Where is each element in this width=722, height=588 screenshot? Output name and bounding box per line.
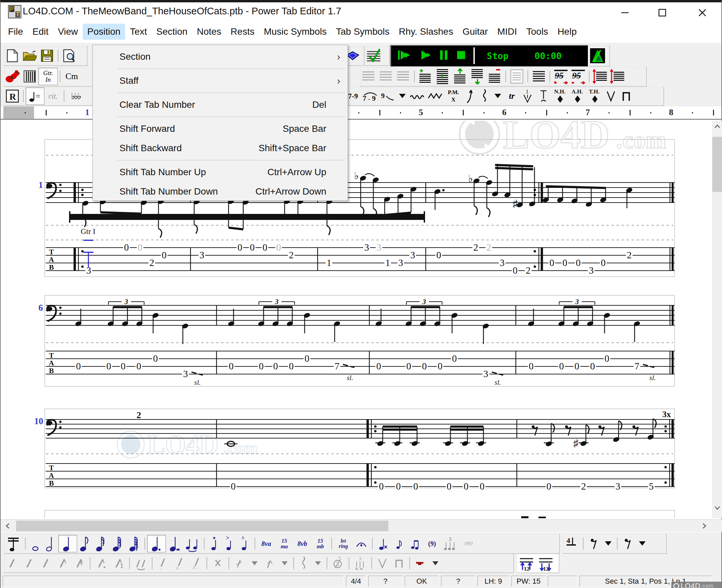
octave-15ma-button[interactable]: 15ma <box>275 535 293 552</box>
slash-whole-button[interactable] <box>4 554 21 572</box>
slash-fermata-button[interactable] <box>261 554 278 572</box>
guitar-in-button[interactable]: Gtr.In <box>38 68 58 85</box>
hscroll-thumb[interactable] <box>16 521 388 531</box>
slash-accent1-button[interactable]: . <box>154 554 171 572</box>
menu-edit[interactable]: Edit <box>28 24 53 40</box>
slide-out-button[interactable]: 9 <box>379 87 396 105</box>
score-system-2[interactable]: 6TAB00000300000700000300000733sl.sl.33sl… <box>38 295 675 386</box>
menu-rhy-slashes[interactable]: Rhy. Slashes <box>394 24 458 40</box>
triplet-group-button[interactable]: 3 <box>441 535 460 552</box>
rest-select-button[interactable] <box>586 535 601 552</box>
slash-mute-button[interactable] <box>209 554 227 572</box>
slash-double-dotted-button[interactable] <box>110 554 127 572</box>
slash-quarter-button[interactable] <box>38 554 55 572</box>
slash-eighth-button[interactable] <box>55 554 71 572</box>
slash-accent2-button[interactable]: > <box>171 554 188 572</box>
minimize-button[interactable] <box>615 7 635 18</box>
add-staff-button[interactable] <box>417 68 434 85</box>
vscroll-thumb[interactable] <box>712 137 722 192</box>
quarter-note-button[interactable] <box>58 535 77 552</box>
menu-view[interactable]: View <box>53 24 82 40</box>
menu-tab-symbols[interactable]: Tab Symbols <box>331 24 394 40</box>
ritardando-button[interactable]: rit. <box>44 87 62 105</box>
palm-mute-button[interactable]: P.M. X <box>445 87 462 105</box>
half-note-button[interactable] <box>43 535 58 552</box>
menu-item-clear-tab-number[interactable]: Clear Tab NumberDel <box>93 95 348 114</box>
scroll-up-button[interactable] <box>712 121 722 132</box>
rest-select-2-button[interactable] <box>620 535 636 552</box>
transpose-up-12-button[interactable]: 12 <box>517 554 536 572</box>
tremolo-bar-button[interactable] <box>477 87 491 105</box>
slash-grace-dd[interactable] <box>248 554 261 572</box>
menu-tools[interactable]: Tools <box>522 24 553 40</box>
slash-accent3-button[interactable]: ^ <box>188 554 205 572</box>
thirtysecond-note-button[interactable] <box>109 535 126 552</box>
frame-staff-button[interactable] <box>508 68 526 85</box>
octave-8vb-button[interactable]: 8vb <box>293 535 311 552</box>
tab-number-left-button[interactable]: 95 <box>552 68 570 85</box>
staff-spacing-up-button[interactable] <box>592 68 609 85</box>
eighth-note-button[interactable] <box>77 535 92 552</box>
print-preview-button[interactable] <box>60 47 78 64</box>
sixtyfourth-note-button[interactable] <box>126 535 143 552</box>
menu-text[interactable]: Text <box>125 24 151 40</box>
score-system-4[interactable] <box>45 510 675 518</box>
dotted-note-button[interactable] <box>147 535 166 552</box>
new-document-button[interactable] <box>4 47 21 64</box>
whole-note-button[interactable] <box>28 535 43 552</box>
fermata-button[interactable] <box>353 535 370 552</box>
grow-staff-button[interactable] <box>434 68 451 85</box>
note-value-tool[interactable] <box>4 535 23 552</box>
remove-staff-button[interactable] <box>486 68 504 85</box>
save-file-button[interactable] <box>38 47 56 64</box>
rest-dropdown-2[interactable] <box>636 535 649 552</box>
maximize-button[interactable] <box>652 7 673 18</box>
tuplet-3-button[interactable]: 3 <box>351 554 369 572</box>
menu-item-shift-forward[interactable]: Shift ForwardSpace Bar <box>93 119 348 139</box>
guitar-button[interactable] <box>4 68 21 85</box>
volume-swell-button[interactable]: 1 <box>519 87 535 105</box>
bend-button[interactable] <box>462 87 477 105</box>
staff-down-button[interactable] <box>469 68 486 85</box>
dropdown-arrow[interactable] <box>396 87 409 105</box>
grace-note-button[interactable] <box>391 535 407 552</box>
menu-item-shift-tab-number-down[interactable]: Shift Tab Number DownCtrl+Arrow Down <box>93 182 348 201</box>
grace-note-2-button[interactable] <box>407 535 423 552</box>
vibrato-button[interactable] <box>409 87 427 105</box>
staff-spacing-down-button[interactable] <box>609 68 626 85</box>
align-right-button[interactable] <box>395 68 412 85</box>
stop-button[interactable] <box>456 49 466 62</box>
staff-up-button[interactable] <box>451 68 469 85</box>
dynamic-dash-button[interactable] <box>412 554 429 572</box>
slash-fermata-dd[interactable] <box>278 554 291 572</box>
slash-wave-dd[interactable] <box>311 554 325 572</box>
scroll-right-button[interactable] <box>699 520 710 531</box>
rest-dropdown[interactable] <box>601 535 615 552</box>
rhythm-slash-4-button[interactable]: 4 <box>563 535 581 552</box>
horizontal-scrollbar[interactable] <box>1 519 722 532</box>
slash-sixteenth-button[interactable] <box>71 554 88 572</box>
tab-number-right-button[interactable]: 95 <box>570 68 587 85</box>
menu-item-shift-backward[interactable]: Shift BackwardShift+Space Bar <box>93 139 348 158</box>
menu-position[interactable]: Position <box>83 24 125 40</box>
octave-15mb-button[interactable]: 15mb <box>311 535 329 552</box>
app-icon[interactable]: PT <box>8 5 21 18</box>
staccato-button[interactable] <box>207 535 222 552</box>
slide-legato-button[interactable]: 7-9 <box>361 87 379 105</box>
menu-notes[interactable]: Notes <box>192 24 226 40</box>
slash-pick-down-button[interactable] <box>374 554 391 572</box>
tempo-marker-button[interactable]: = <box>26 87 44 105</box>
align-center-button[interactable] <box>377 68 395 85</box>
menu-section[interactable]: Section <box>152 24 192 40</box>
tapped-harmonic-button[interactable]: T.H. <box>586 87 603 105</box>
dynamic-dd[interactable] <box>429 554 442 572</box>
slash-pick-up-button[interactable] <box>391 554 407 572</box>
play-button[interactable] <box>420 49 432 62</box>
double-dotted-note-button[interactable] <box>166 535 183 552</box>
menu-guitar[interactable]: Guitar <box>458 24 492 40</box>
align-left-button[interactable] <box>360 68 377 85</box>
close-button[interactable] <box>692 7 713 18</box>
menu-rests[interactable]: Rests <box>226 24 259 40</box>
sixteenth-note-button[interactable] <box>92 535 109 552</box>
tap-button[interactable] <box>535 87 552 105</box>
